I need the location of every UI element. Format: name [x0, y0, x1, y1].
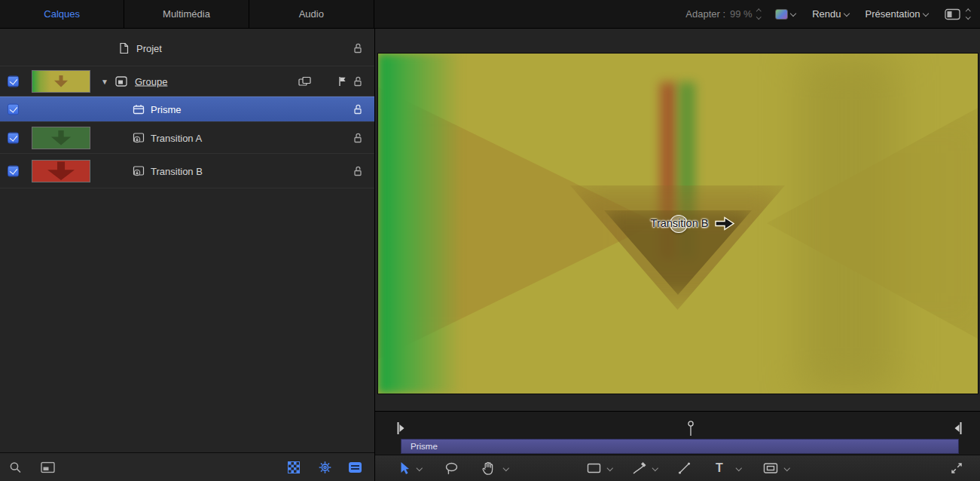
select-tool-chevron-icon[interactable] — [417, 465, 423, 471]
layer-name: Transition B — [151, 165, 203, 176]
layers-panel-footer — [0, 452, 374, 481]
select-tool[interactable] — [399, 461, 410, 475]
layers-list: Projet ▼ Groupe — [0, 29, 374, 452]
stacked-layers-icon[interactable] — [298, 76, 311, 87]
expand-arrows-icon — [950, 461, 963, 475]
transition-b-thumbnail[interactable] — [32, 160, 90, 182]
paint-stroke-tool[interactable] — [632, 461, 647, 475]
layer-row-prisme[interactable]: Prisme — [0, 97, 374, 122]
layers-panel: Projet ▼ Groupe — [0, 29, 374, 481]
timeline-track-label: Prisme — [411, 442, 438, 451]
groupe-thumbnail[interactable] — [32, 70, 90, 93]
layer-name: Groupe — [135, 75, 167, 87]
tab-audio[interactable]: Audio — [249, 0, 374, 28]
prisme-checkbox[interactable] — [8, 104, 19, 115]
disclosure-triangle-icon[interactable]: ▼ — [101, 77, 108, 85]
timeline-track-bar[interactable]: Prisme — [401, 439, 959, 454]
line-icon — [678, 462, 691, 475]
adjust-item-tool[interactable] — [444, 461, 459, 476]
motion-app-window: Calques Multimédia Audio Adapter : 99 % … — [0, 0, 980, 481]
mask-tool[interactable] — [763, 463, 778, 474]
drag-label: Transition B — [643, 217, 716, 229]
rectangle-tool[interactable] — [587, 463, 601, 474]
document-icon — [119, 42, 129, 54]
lock-icon[interactable] — [353, 132, 362, 143]
tab-calques[interactable]: Calques — [0, 0, 124, 28]
text-tool[interactable]: T — [716, 461, 723, 475]
layer-row-groupe[interactable]: ▼ Groupe — [0, 66, 374, 97]
display-stepper-icon[interactable] — [962, 9, 970, 19]
presentation-label: Présentation — [866, 8, 920, 20]
layer-name: Prisme — [151, 104, 181, 115]
media-arrow-icon — [133, 165, 145, 176]
zoom-stepper-icon[interactable] — [753, 9, 761, 19]
zoom-value: 99 % — [730, 8, 753, 20]
in-point-marker[interactable] — [397, 421, 405, 435]
layer-row-transition-a[interactable]: Transition A — [0, 122, 374, 154]
mask-tool-chevron-icon[interactable] — [784, 465, 790, 471]
filter-effect-icon — [133, 104, 145, 115]
groupe-checkbox[interactable] — [8, 75, 19, 87]
layer-name: Projet — [136, 42, 162, 54]
transition-b-checkbox[interactable] — [8, 165, 19, 176]
search-icon[interactable] — [9, 461, 22, 473]
gear-icon[interactable] — [318, 460, 332, 474]
line-tool[interactable] — [678, 462, 691, 475]
color-channels-dropdown[interactable] — [775, 9, 797, 20]
text-tool-icon: T — [716, 461, 723, 475]
adapter-label: Adapter : — [685, 8, 725, 20]
drag-cursor: Transition B — [643, 215, 741, 234]
playhead-marker[interactable] — [687, 421, 695, 437]
canvas-column: Transition B Prisme — [374, 29, 980, 481]
canvas-toolbar: T — [375, 455, 980, 481]
rendu-dropdown[interactable]: Rendu — [812, 8, 850, 20]
pan-tool[interactable] — [481, 461, 496, 476]
thumbnail-display-icon[interactable] — [41, 461, 55, 473]
group-icon — [115, 76, 127, 87]
layer-name: Transition A — [151, 132, 202, 143]
top-bar: Calques Multimédia Audio Adapter : 99 % … — [0, 0, 980, 29]
layers-view-icon[interactable] — [348, 461, 362, 473]
lock-icon[interactable] — [353, 75, 362, 87]
pan-tool-chevron-icon[interactable] — [503, 465, 509, 471]
text-tool-chevron-icon[interactable] — [736, 465, 742, 471]
adjust-circle-icon — [444, 461, 459, 476]
transition-a-checkbox[interactable] — [8, 132, 19, 143]
display-icon — [945, 8, 960, 20]
color-channels-icon — [775, 9, 788, 20]
canvas-area: Transition B — [375, 29, 980, 411]
canvas-viewport[interactable]: Transition B — [378, 54, 978, 394]
rectangle-icon — [587, 463, 601, 474]
transition-a-thumbnail[interactable] — [32, 127, 90, 149]
lock-icon[interactable] — [353, 165, 362, 176]
media-arrow-icon — [133, 132, 145, 143]
zoom-fit-control[interactable]: Adapter : 99 % — [685, 8, 760, 20]
rectangle-tool-chevron-icon[interactable] — [607, 465, 613, 471]
tab-multimedia[interactable]: Multimédia — [124, 0, 249, 28]
transparency-checkerboard-icon[interactable] — [288, 461, 300, 473]
mini-timeline: Prisme — [375, 411, 980, 455]
presentation-dropdown[interactable]: Présentation — [866, 8, 930, 20]
lock-icon[interactable] — [353, 104, 362, 115]
lock-icon[interactable] — [353, 42, 362, 54]
fullscreen-toggle[interactable] — [950, 461, 963, 475]
rendu-label: Rendu — [812, 8, 841, 20]
mask-rect-icon — [763, 463, 778, 474]
layer-row-transition-b[interactable]: Transition B — [0, 154, 374, 188]
hand-icon — [481, 461, 496, 476]
panel-tab-bar: Calques Multimédia Audio — [0, 0, 374, 28]
out-point-marker[interactable] — [954, 421, 962, 435]
flag-icon[interactable] — [338, 76, 347, 87]
select-arrow-icon — [399, 461, 410, 475]
paint-tool-chevron-icon[interactable] — [652, 465, 658, 471]
layer-row-projet[interactable]: Projet — [0, 30, 374, 66]
paint-brush-icon — [632, 461, 647, 475]
view-controls: Adapter : 99 % Rendu Présentation — [374, 0, 980, 28]
drag-arrow-icon — [715, 216, 735, 231]
display-layout-control[interactable] — [945, 8, 970, 20]
